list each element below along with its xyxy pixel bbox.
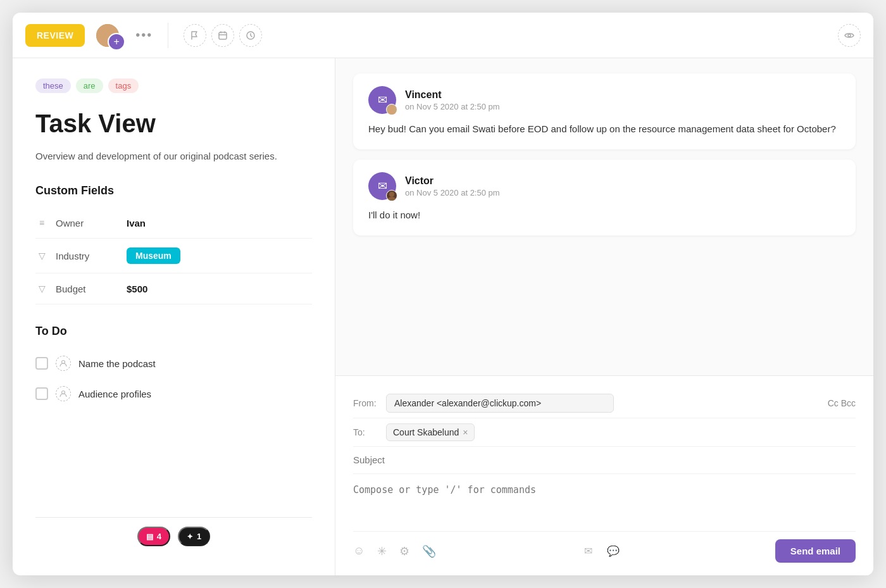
msg-time-vincent: on Nov 5 2020 at 2:50 pm [405, 102, 500, 111]
field-budget: ▽ Budget $500 [35, 273, 312, 304]
custom-fields-section: Custom Fields ≡ Owner Ivan ▽ Industry Mu… [35, 184, 312, 304]
todo-item-2: Audience profiles [35, 378, 312, 409]
email-icon-2: ✉ [378, 179, 387, 193]
messages-area: ✉ Vincent on Nov 5 2020 at 2:50 pm [335, 58, 873, 375]
owner-value: Ivan [127, 218, 146, 228]
svg-point-10 [387, 197, 396, 201]
more-options-button[interactable]: ••• [135, 28, 153, 42]
badge-dark-icon: ✦ [187, 532, 193, 541]
msg-meta-vincent: Vincent on Nov 5 2020 at 2:50 pm [405, 89, 500, 111]
from-value[interactable]: Alexander <alexander@clickup.com> [386, 394, 614, 413]
tag-tags[interactable]: tags [108, 78, 139, 93]
to-recipient: Court Skabelund [393, 427, 459, 437]
vincent-sub-avatar [386, 104, 397, 115]
add-avatar-button[interactable]: + [108, 33, 125, 51]
to-chip-close[interactable]: × [463, 427, 468, 437]
to-label: To: [353, 427, 378, 437]
app-window: REVIEW + ••• [13, 13, 873, 575]
toolbar-right [838, 24, 861, 47]
calendar-icon-button[interactable] [211, 24, 234, 47]
svg-point-7 [389, 106, 394, 111]
todo-title: To Do [35, 325, 312, 338]
msg-time-victor: on Nov 5 2020 at 2:50 pm [405, 188, 500, 197]
todo-item-1: Name the podcast [35, 348, 312, 378]
field-owner: ≡ Owner Ivan [35, 208, 312, 239]
budget-icon: ▽ [35, 282, 48, 295]
svg-rect-2 [219, 32, 227, 39]
msg-body-victor: I'll do it now! [368, 208, 840, 223]
message-card-2: ✉ Victor on Nov 5 2020 at 2:50 pm [353, 160, 856, 235]
cc-bcc-button[interactable]: Cc Bcc [828, 398, 856, 408]
email-icon-btn[interactable]: ✉ [578, 541, 598, 561]
todo-checkbox-1[interactable] [35, 357, 48, 370]
todo-text-2: Audience profiles [78, 389, 151, 399]
badge-dark-count: 1 [197, 532, 201, 541]
divider [168, 23, 168, 48]
budget-value: $500 [127, 284, 147, 294]
flag-icon-button[interactable] [184, 24, 206, 47]
msg-avatar-vincent: ✉ [368, 86, 396, 114]
spacer [35, 429, 312, 517]
settings-icon[interactable]: ⚙ [399, 544, 409, 558]
avatar-group: + [95, 23, 120, 48]
clock-icon-button[interactable] [239, 24, 262, 47]
subject-input[interactable] [353, 454, 856, 465]
page-title: Task View [35, 108, 312, 139]
top-bar: REVIEW + ••• [13, 13, 873, 58]
to-chip[interactable]: Court Skabelund × [386, 423, 475, 441]
bottom-bar: ▤ 4 ✦ 1 [35, 517, 312, 555]
todo-avatar-2 [56, 386, 71, 401]
tag-these[interactable]: these [35, 78, 71, 93]
eye-icon-button[interactable] [838, 24, 861, 47]
badge-pink-icon: ▤ [146, 532, 153, 541]
msg-meta-victor: Victor on Nov 5 2020 at 2:50 pm [405, 175, 500, 197]
custom-fields-title: Custom Fields [35, 184, 312, 197]
todo-checkbox-2[interactable] [35, 387, 48, 400]
svg-point-9 [389, 192, 394, 197]
emoji-icon[interactable]: ☺ [353, 544, 365, 558]
from-label: From: [353, 398, 378, 408]
sparkle-icon[interactable]: ✳ [377, 544, 387, 558]
owner-label: Owner [56, 218, 119, 228]
message-header-2: ✉ Victor on Nov 5 2020 at 2:50 pm [368, 172, 840, 200]
message-header-1: ✉ Vincent on Nov 5 2020 at 2:50 pm [368, 86, 840, 114]
industry-badge[interactable]: Museum [127, 247, 180, 264]
tags-row: these are tags [35, 78, 312, 93]
email-subject-row [353, 447, 856, 474]
email-icons-right: ✉ 💬 [578, 541, 623, 561]
budget-label: Budget [56, 284, 119, 294]
toolbar-icons [184, 24, 262, 47]
left-panel: these are tags Task View Overview and de… [13, 58, 335, 575]
industry-icon: ▽ [35, 249, 48, 262]
email-compose-toolbar: ☺ ✳ ⚙ 📎 ✉ 💬 Send email [353, 531, 856, 563]
todo-avatar-1 [56, 356, 71, 371]
tag-are[interactable]: are [76, 78, 103, 93]
email-to-row: To: Court Skabelund × [353, 418, 856, 447]
badge-pink-count: 4 [157, 532, 161, 541]
msg-body-vincent: Hey bud! Can you email Swati before EOD … [368, 122, 840, 137]
industry-label: Industry [56, 251, 119, 261]
send-email-button[interactable]: Send email [775, 539, 856, 563]
owner-icon: ≡ [35, 216, 48, 229]
field-industry: ▽ Industry Museum [35, 239, 312, 273]
right-panel: ✉ Vincent on Nov 5 2020 at 2:50 pm [335, 58, 873, 575]
pink-badge-button[interactable]: ▤ 4 [137, 527, 170, 546]
victor-sub-avatar [386, 190, 397, 201]
svg-point-8 [387, 111, 396, 115]
review-button[interactable]: REVIEW [25, 24, 85, 47]
main-content: these are tags Task View Overview and de… [13, 58, 873, 575]
email-body-area [353, 474, 856, 531]
msg-author-victor: Victor [405, 175, 500, 187]
svg-point-4 [848, 34, 851, 37]
compose-input[interactable] [353, 484, 856, 518]
message-card-1: ✉ Vincent on Nov 5 2020 at 2:50 pm [353, 73, 856, 149]
chat-icon-btn[interactable]: 💬 [603, 541, 623, 561]
msg-avatar-victor: ✉ [368, 172, 396, 200]
email-icon: ✉ [378, 93, 387, 107]
dark-badge-button[interactable]: ✦ 1 [178, 527, 210, 546]
msg-author-vincent: Vincent [405, 89, 500, 101]
email-from-row: From: Alexander <alexander@clickup.com> … [353, 389, 856, 418]
attachment-icon[interactable]: 📎 [422, 544, 436, 558]
email-compose: From: Alexander <alexander@clickup.com> … [335, 375, 873, 575]
todo-section: To Do Name the podcast [35, 325, 312, 409]
